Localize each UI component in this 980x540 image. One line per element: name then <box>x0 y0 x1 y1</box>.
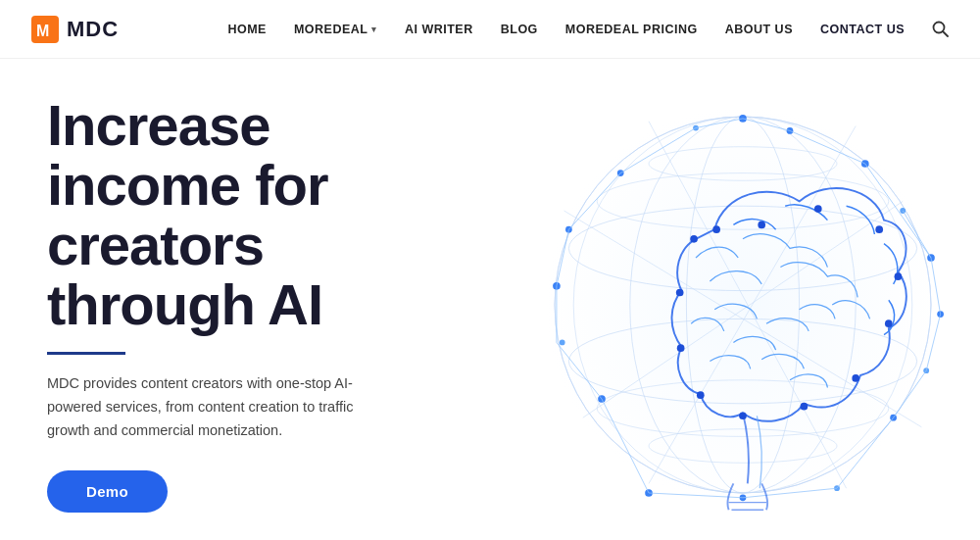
svg-text:M: M <box>36 23 49 39</box>
brain-globe-illustration <box>508 70 978 540</box>
nav-item-contact-us[interactable]: CONTACT US <box>820 23 905 36</box>
svg-point-61 <box>852 374 859 382</box>
svg-point-60 <box>885 319 893 327</box>
nav-item-home[interactable]: HOME <box>227 23 267 36</box>
logo[interactable]: M MDC <box>31 16 119 43</box>
main-nav: HOME MOREDEAL ▾ AI WRITER BLOG MOREDEAL … <box>227 21 949 37</box>
svg-point-66 <box>676 288 684 296</box>
svg-point-4 <box>545 107 940 502</box>
svg-point-56 <box>758 221 765 228</box>
nav-item-ai-writer[interactable]: AI WRITER <box>405 23 473 36</box>
svg-point-64 <box>697 391 705 399</box>
nav-item-moredeal[interactable]: MOREDEAL ▾ <box>294 23 377 36</box>
svg-point-58 <box>875 225 883 233</box>
svg-point-59 <box>895 272 903 280</box>
demo-button[interactable]: Demo <box>47 470 168 513</box>
svg-point-27 <box>560 339 565 345</box>
svg-line-3 <box>943 31 948 36</box>
svg-point-34 <box>900 208 906 214</box>
search-icon[interactable] <box>932 21 949 37</box>
svg-point-67 <box>690 234 698 242</box>
svg-point-63 <box>739 412 747 419</box>
logo-text: MDC <box>67 17 119 42</box>
hero-divider <box>47 352 125 355</box>
hero-content: Increase income for creators through AI … <box>47 96 480 513</box>
chevron-down-icon: ▾ <box>371 25 377 34</box>
svg-point-57 <box>814 205 822 213</box>
header: M MDC HOME MOREDEAL ▾ AI WRITER BLOG MOR… <box>0 0 980 59</box>
svg-point-62 <box>801 402 808 410</box>
nav-item-about-us[interactable]: ABOUT US <box>725 23 793 36</box>
svg-point-68 <box>712 225 720 233</box>
hero-description: MDC provides content creators with one-s… <box>47 372 361 443</box>
nav-item-moredeal-pricing[interactable]: MOREDEAL PRICING <box>565 23 698 36</box>
logo-icon: M <box>31 16 59 43</box>
hero-section: Increase income for creators through AI … <box>0 59 980 540</box>
svg-point-65 <box>677 344 685 352</box>
hero-image <box>480 98 949 511</box>
nav-item-blog[interactable]: BLOG <box>501 23 538 36</box>
hero-title: Increase income for creators through AI <box>47 96 480 335</box>
